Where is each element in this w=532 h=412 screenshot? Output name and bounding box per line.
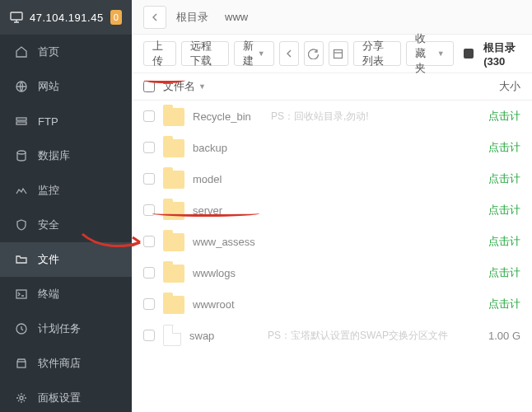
- table-row[interactable]: wwwlogs点击计: [132, 257, 532, 288]
- favorites-button[interactable]: 收藏夹▼: [406, 41, 454, 66]
- monitor-icon: [15, 184, 28, 197]
- sidebar-item-label: 面板设置: [38, 391, 81, 405]
- globe-icon: [15, 80, 28, 93]
- folder-icon: [163, 265, 184, 283]
- row-checkbox[interactable]: [143, 110, 155, 122]
- table-row[interactable]: swapPS：宝塔默认设置的SWAP交换分区文件1.00 G: [132, 320, 532, 351]
- row-checkbox[interactable]: [143, 330, 155, 341]
- remote-download-button[interactable]: 远程下载: [181, 41, 229, 66]
- sidebar-item-gear[interactable]: 面板设置: [0, 381, 132, 412]
- col-size[interactable]: 大小: [481, 79, 520, 94]
- shield-icon: [15, 218, 28, 232]
- file-size[interactable]: 点击计: [488, 171, 520, 186]
- breadcrumb-root[interactable]: 根目录: [170, 7, 215, 28]
- store-icon: [15, 357, 28, 370]
- file-note: PS：宝塔默认设置的SWAP交换分区文件: [268, 329, 448, 343]
- notification-badge[interactable]: 0: [110, 10, 122, 25]
- file-size[interactable]: 点击计: [488, 203, 520, 218]
- svg-point-8: [20, 396, 23, 400]
- sidebar-item-store[interactable]: 软件商店: [0, 346, 132, 381]
- folder-icon: [163, 202, 184, 220]
- svg-rect-2: [16, 118, 26, 120]
- disk-icon: [464, 49, 474, 59]
- row-checkbox[interactable]: [143, 173, 155, 185]
- back-button[interactable]: [143, 6, 166, 29]
- folder-icon: [163, 139, 184, 157]
- monitor-icon: [10, 11, 23, 24]
- svg-rect-0: [11, 12, 22, 20]
- file-size[interactable]: 点击计: [488, 297, 520, 311]
- table-header: 文件名▼ 大小: [132, 73, 532, 101]
- file-size[interactable]: 点击计: [488, 265, 520, 280]
- sidebar-item-home[interactable]: 首页: [0, 35, 132, 69]
- sidebar-item-db[interactable]: 数据库: [0, 138, 132, 173]
- file-size[interactable]: 点击计: [488, 234, 520, 249]
- table-row[interactable]: wwwroot点击计: [132, 288, 532, 320]
- breadcrumb-seg[interactable]: www: [218, 7, 254, 26]
- file-list: Recycle_binPS：回收站目录,勿动!点击计backup点击计model…: [132, 101, 532, 351]
- col-filename[interactable]: 文件名▼: [163, 79, 473, 94]
- folder-icon: [15, 253, 28, 266]
- new-button[interactable]: 新建▼: [234, 41, 274, 66]
- sidebar-item-label: 软件商店: [38, 356, 81, 371]
- file-name: server: [193, 204, 263, 217]
- sidebar-item-label: 计划任务: [38, 321, 81, 336]
- file-name: swap: [189, 330, 259, 342]
- table-row[interactable]: model点击计: [132, 163, 532, 194]
- sidebar-item-ftp[interactable]: FTP: [0, 104, 132, 138]
- file-size[interactable]: 点击计: [488, 140, 520, 155]
- folder-icon: [163, 233, 184, 251]
- select-all-checkbox[interactable]: [143, 81, 155, 92]
- sidebar-item-label: FTP: [38, 115, 58, 128]
- undo-button[interactable]: [279, 41, 299, 66]
- folder-icon: [163, 108, 184, 126]
- table-row[interactable]: server点击计: [132, 194, 532, 226]
- table-row[interactable]: Recycle_binPS：回收站目录,勿动!点击计: [132, 101, 532, 132]
- table-row[interactable]: backup点击计: [132, 132, 532, 163]
- breadcrumb: 根目录 www: [132, 0, 532, 35]
- sidebar-item-monitor[interactable]: 监控: [0, 173, 132, 208]
- table-row[interactable]: www_assess点击计: [132, 226, 532, 257]
- share-list-button[interactable]: 分享列表: [353, 41, 401, 66]
- folder-icon: [163, 296, 184, 314]
- svg-point-4: [17, 151, 26, 154]
- sort-icon: ▼: [198, 82, 206, 91]
- file-name: Recycle_bin: [193, 110, 263, 123]
- sidebar-item-clock[interactable]: 计划任务: [0, 311, 132, 346]
- file-size[interactable]: 点击计: [488, 109, 520, 124]
- sidebar-item-folder[interactable]: 文件: [0, 242, 132, 277]
- sidebar-item-label: 终端: [38, 287, 59, 302]
- file-size[interactable]: 1.00 G: [488, 330, 520, 342]
- sidebar-item-label: 监控: [38, 183, 59, 198]
- sidebar-item-shield[interactable]: 安全: [0, 208, 132, 242]
- row-checkbox[interactable]: [143, 204, 155, 216]
- view-button[interactable]: [329, 41, 348, 66]
- upload-button[interactable]: 上传: [143, 41, 176, 66]
- clock-icon: [15, 322, 28, 335]
- row-checkbox[interactable]: [143, 142, 155, 153]
- toolbar: 上传 远程下载 新建▼ 分享列表 收藏夹▼ 根目录(330: [132, 35, 532, 73]
- file-name: www_assess: [193, 236, 263, 248]
- sidebar-item-label: 文件: [38, 252, 59, 267]
- row-checkbox[interactable]: [143, 267, 155, 279]
- sidebar-item-label: 网站: [38, 79, 59, 94]
- svg-rect-5: [16, 290, 26, 298]
- server-ip: 47.104.191.45: [30, 12, 104, 24]
- file-name: wwwroot: [193, 298, 263, 311]
- sidebar-item-terminal[interactable]: 终端: [0, 277, 132, 311]
- file-name: wwwlogs: [193, 267, 263, 279]
- svg-rect-9: [334, 49, 343, 58]
- home-icon: [15, 45, 28, 59]
- caret-down-icon: ▼: [437, 49, 445, 58]
- refresh-button[interactable]: [304, 41, 324, 66]
- disk-label: 根目录(330: [483, 40, 520, 68]
- terminal-icon: [15, 288, 28, 301]
- svg-rect-3: [16, 122, 26, 124]
- file-icon: [163, 325, 181, 346]
- sidebar-item-label: 数据库: [38, 148, 70, 163]
- main-panel: 根目录 www 上传 远程下载 新建▼ 分享列表 收藏夹▼ 根目录(330 文件…: [132, 0, 532, 412]
- row-checkbox[interactable]: [143, 298, 155, 310]
- file-name: model: [193, 173, 263, 185]
- sidebar-item-globe[interactable]: 网站: [0, 69, 132, 104]
- row-checkbox[interactable]: [143, 236, 155, 247]
